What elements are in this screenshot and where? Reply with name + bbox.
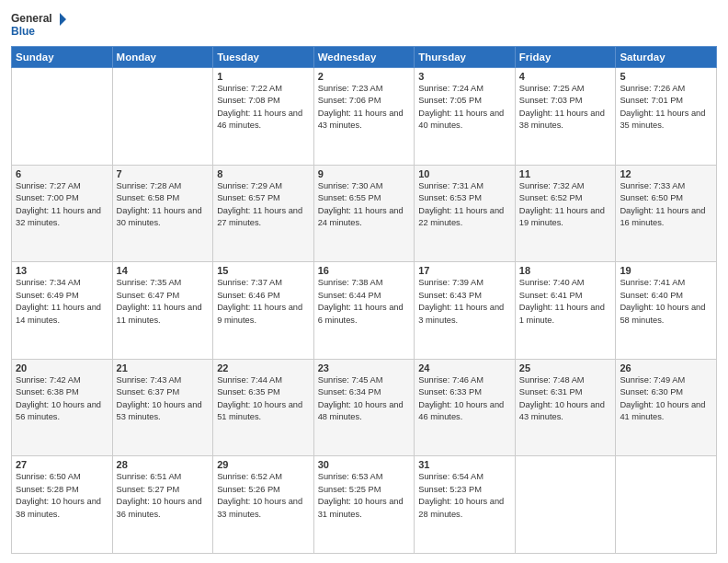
weekday-header: Friday (515, 47, 616, 68)
day-info: Sunrise: 7:45 AMSunset: 6:34 PMDaylight:… (318, 374, 411, 424)
calendar-cell: 6Sunrise: 7:27 AMSunset: 7:00 PMDaylight… (12, 165, 113, 262)
calendar-header-row: SundayMondayTuesdayWednesdayThursdayFrid… (12, 47, 717, 68)
calendar-cell: 15Sunrise: 7:37 AMSunset: 6:46 PMDayligh… (213, 262, 314, 360)
weekday-header: Saturday (616, 47, 717, 68)
day-number: 23 (318, 362, 411, 373)
day-number: 30 (318, 459, 411, 470)
day-number: 19 (620, 265, 712, 276)
day-info: Sunrise: 6:51 AMSunset: 5:27 PMDaylight:… (117, 471, 210, 521)
calendar-cell: 13Sunrise: 7:34 AMSunset: 6:49 PMDayligh… (12, 262, 113, 360)
calendar-cell: 30Sunrise: 6:53 AMSunset: 5:25 PMDayligh… (313, 456, 415, 554)
calendar-week-row: 20Sunrise: 7:42 AMSunset: 6:38 PMDayligh… (12, 359, 717, 456)
calendar-cell: 16Sunrise: 7:38 AMSunset: 6:44 PMDayligh… (313, 262, 415, 360)
day-info: Sunrise: 6:54 AMSunset: 5:23 PMDaylight:… (418, 471, 511, 521)
day-info: Sunrise: 7:25 AMSunset: 7:03 PMDaylight:… (519, 83, 612, 132)
calendar-cell: 25Sunrise: 7:48 AMSunset: 6:31 PMDayligh… (515, 359, 616, 456)
calendar-cell: 3Sunrise: 7:24 AMSunset: 7:05 PMDaylight… (415, 68, 516, 166)
calendar-week-row: 13Sunrise: 7:34 AMSunset: 6:49 PMDayligh… (12, 262, 717, 360)
weekday-header: Sunday (12, 47, 113, 68)
day-number: 5 (620, 71, 712, 82)
calendar-table: SundayMondayTuesdayWednesdayThursdayFrid… (11, 46, 717, 554)
calendar-week-row: 6Sunrise: 7:27 AMSunset: 7:00 PMDaylight… (12, 165, 717, 262)
calendar-cell (515, 456, 616, 554)
calendar-cell: 14Sunrise: 7:35 AMSunset: 6:47 PMDayligh… (112, 262, 213, 360)
calendar-cell: 7Sunrise: 7:28 AMSunset: 6:58 PMDaylight… (112, 165, 213, 262)
day-number: 2 (318, 71, 411, 82)
calendar-cell: 31Sunrise: 6:54 AMSunset: 5:23 PMDayligh… (415, 456, 516, 554)
day-info: Sunrise: 6:52 AMSunset: 5:26 PMDaylight:… (217, 471, 310, 521)
logo: General Blue (11, 9, 66, 39)
calendar-week-row: 1Sunrise: 7:22 AMSunset: 7:08 PMDaylight… (12, 68, 717, 166)
day-info: Sunrise: 7:44 AMSunset: 6:35 PMDaylight:… (217, 374, 310, 424)
day-number: 9 (318, 168, 411, 179)
header: General Blue (11, 9, 717, 39)
day-info: Sunrise: 7:34 AMSunset: 6:49 PMDaylight:… (16, 277, 108, 327)
calendar-cell: 27Sunrise: 6:50 AMSunset: 5:28 PMDayligh… (12, 456, 113, 554)
day-info: Sunrise: 7:30 AMSunset: 6:55 PMDaylight:… (318, 180, 411, 230)
day-number: 20 (16, 362, 108, 373)
calendar-cell: 11Sunrise: 7:32 AMSunset: 6:52 PMDayligh… (515, 165, 616, 262)
day-number: 15 (217, 265, 310, 276)
calendar-cell: 8Sunrise: 7:29 AMSunset: 6:57 PMDaylight… (213, 165, 314, 262)
calendar-cell: 5Sunrise: 7:26 AMSunset: 7:01 PMDaylight… (616, 68, 717, 166)
day-info: Sunrise: 7:28 AMSunset: 6:58 PMDaylight:… (117, 180, 210, 230)
calendar-cell: 9Sunrise: 7:30 AMSunset: 6:55 PMDaylight… (313, 165, 415, 262)
calendar-cell: 22Sunrise: 7:44 AMSunset: 6:35 PMDayligh… (213, 359, 314, 456)
calendar-cell: 18Sunrise: 7:40 AMSunset: 6:41 PMDayligh… (515, 262, 616, 360)
day-info: Sunrise: 7:22 AMSunset: 7:08 PMDaylight:… (217, 83, 310, 132)
calendar-cell: 29Sunrise: 6:52 AMSunset: 5:26 PMDayligh… (213, 456, 314, 554)
page: General Blue SundayMondayTuesdayWednesda… (0, 0, 728, 563)
calendar-body: 1Sunrise: 7:22 AMSunset: 7:08 PMDaylight… (12, 68, 717, 554)
day-info: Sunrise: 7:23 AMSunset: 7:06 PMDaylight:… (318, 83, 411, 132)
day-info: Sunrise: 7:38 AMSunset: 6:44 PMDaylight:… (318, 277, 411, 327)
calendar-cell: 17Sunrise: 7:39 AMSunset: 6:43 PMDayligh… (415, 262, 516, 360)
day-number: 24 (418, 362, 511, 373)
day-number: 25 (519, 362, 612, 373)
svg-marker-2 (60, 13, 66, 26)
day-info: Sunrise: 7:33 AMSunset: 6:50 PMDaylight:… (620, 180, 712, 230)
calendar-cell (12, 68, 113, 166)
weekday-header: Monday (112, 47, 213, 68)
day-number: 10 (418, 168, 511, 179)
day-info: Sunrise: 7:43 AMSunset: 6:37 PMDaylight:… (117, 374, 210, 424)
calendar-cell: 19Sunrise: 7:41 AMSunset: 6:40 PMDayligh… (616, 262, 717, 360)
calendar-cell (112, 68, 213, 166)
svg-text:Blue: Blue (11, 25, 35, 38)
day-info: Sunrise: 7:48 AMSunset: 6:31 PMDaylight:… (519, 374, 612, 424)
day-number: 6 (16, 168, 108, 179)
day-info: Sunrise: 7:46 AMSunset: 6:33 PMDaylight:… (418, 374, 511, 424)
day-info: Sunrise: 7:39 AMSunset: 6:43 PMDaylight:… (418, 277, 511, 327)
calendar-cell: 23Sunrise: 7:45 AMSunset: 6:34 PMDayligh… (313, 359, 415, 456)
day-number: 3 (418, 71, 511, 82)
calendar-cell: 26Sunrise: 7:49 AMSunset: 6:30 PMDayligh… (616, 359, 717, 456)
day-number: 4 (519, 71, 612, 82)
day-number: 29 (217, 459, 310, 470)
calendar-week-row: 27Sunrise: 6:50 AMSunset: 5:28 PMDayligh… (12, 456, 717, 554)
calendar-cell: 24Sunrise: 7:46 AMSunset: 6:33 PMDayligh… (415, 359, 516, 456)
day-number: 8 (217, 168, 310, 179)
calendar-cell: 12Sunrise: 7:33 AMSunset: 6:50 PMDayligh… (616, 165, 717, 262)
day-info: Sunrise: 7:29 AMSunset: 6:57 PMDaylight:… (217, 180, 310, 230)
day-number: 12 (620, 168, 712, 179)
day-info: Sunrise: 7:42 AMSunset: 6:38 PMDaylight:… (16, 374, 108, 424)
day-info: Sunrise: 7:41 AMSunset: 6:40 PMDaylight:… (620, 277, 712, 327)
calendar-cell: 10Sunrise: 7:31 AMSunset: 6:53 PMDayligh… (415, 165, 516, 262)
day-info: Sunrise: 7:26 AMSunset: 7:01 PMDaylight:… (620, 83, 712, 132)
weekday-header: Wednesday (313, 47, 415, 68)
day-number: 13 (16, 265, 108, 276)
day-number: 17 (418, 265, 511, 276)
day-number: 27 (16, 459, 108, 470)
logo-svg: General Blue (11, 9, 66, 39)
calendar-cell: 2Sunrise: 7:23 AMSunset: 7:06 PMDaylight… (313, 68, 415, 166)
weekday-header: Thursday (415, 47, 516, 68)
weekday-header: Tuesday (213, 47, 314, 68)
day-info: Sunrise: 6:53 AMSunset: 5:25 PMDaylight:… (318, 471, 411, 521)
day-number: 22 (217, 362, 310, 373)
day-info: Sunrise: 7:24 AMSunset: 7:05 PMDaylight:… (418, 83, 511, 132)
calendar-cell (616, 456, 717, 554)
calendar-cell: 4Sunrise: 7:25 AMSunset: 7:03 PMDaylight… (515, 68, 616, 166)
svg-text:General: General (11, 12, 52, 25)
day-info: Sunrise: 6:50 AMSunset: 5:28 PMDaylight:… (16, 471, 108, 521)
calendar-cell: 20Sunrise: 7:42 AMSunset: 6:38 PMDayligh… (12, 359, 113, 456)
calendar-cell: 1Sunrise: 7:22 AMSunset: 7:08 PMDaylight… (213, 68, 314, 166)
